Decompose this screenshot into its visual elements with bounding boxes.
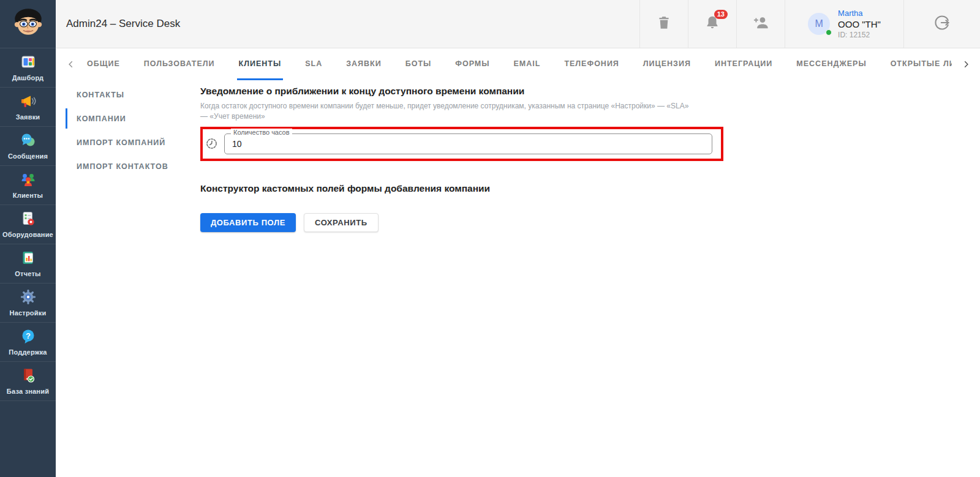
- tab-integrations[interactable]: ИНТЕГРАЦИИ: [713, 48, 774, 80]
- bell-icon: [704, 22, 720, 32]
- tabs-scroll-left-button[interactable]: [67, 60, 75, 69]
- question-icon: ?: [20, 328, 36, 347]
- sidebar-item-clients[interactable]: Клиенты: [0, 166, 56, 205]
- tab-bots[interactable]: БОТЫ: [404, 48, 434, 80]
- sidebar-item-label: Дашборд: [12, 74, 43, 81]
- app-title: Admin24 – Service Desk: [66, 18, 180, 30]
- book-icon: [20, 367, 36, 386]
- tab-email[interactable]: EMAIL: [511, 48, 542, 80]
- clients-subnav: КОНТАКТЫ КОМПАНИИ ИМПОРТ КОМПАНИЙ ИМПОРТ…: [56, 80, 200, 477]
- user-name[interactable]: Martha: [838, 9, 881, 18]
- notification-section-description: Когда остаток доступного времени компани…: [200, 101, 690, 122]
- sidebar-item-settings[interactable]: Настройки: [0, 284, 56, 323]
- subnav-item-import-contacts[interactable]: ИМПОРТ КОНТАКТОВ: [56, 154, 200, 178]
- sidebar-item-equipment[interactable]: Оборудование: [0, 205, 56, 244]
- timer-icon: [205, 137, 218, 150]
- sidebar-item-knowledge-base[interactable]: База знаний: [0, 362, 56, 401]
- online-status-dot: [826, 29, 832, 36]
- sidebar: Дашборд Заявки Сообщения: [0, 0, 56, 477]
- constructor-actions: ДОБАВИТЬ ПОЛЕ СОХРАНИТЬ: [200, 213, 980, 232]
- highlight-annotation: Количество часов: [200, 127, 723, 161]
- clients-icon: [20, 171, 36, 190]
- sidebar-item-label: Сообщения: [8, 152, 48, 160]
- save-button[interactable]: СОХРАНИТЬ: [304, 213, 379, 232]
- add-field-button[interactable]: ДОБАВИТЬ ПОЛЕ: [200, 213, 296, 232]
- sidebar-item-dashboard[interactable]: Дашборд: [0, 48, 56, 88]
- sidebar-item-label: Заявки: [16, 113, 40, 121]
- settings-tabbar: ОБЩИЕ ПОЛЬЗОВАТЕЛИ КЛИЕНТЫ SLA ЗАЯВКИ БО…: [56, 48, 980, 80]
- sidebar-item-tickets[interactable]: Заявки: [0, 88, 56, 127]
- tab-users[interactable]: ПОЛЬЗОВАТЕЛИ: [142, 48, 217, 80]
- tab-license[interactable]: ЛИЦЕНЗИЯ: [641, 48, 693, 80]
- sidebar-item-label: Отчеты: [15, 270, 40, 277]
- sidebar-item-label: Настройки: [10, 309, 47, 317]
- avatar-face-icon: [10, 5, 46, 43]
- hours-field: Количество часов: [224, 133, 712, 154]
- gear-icon: [20, 289, 36, 307]
- equipment-icon: [20, 211, 36, 229]
- tab-list: ОБЩИЕ ПОЛЬЗОВАТЕЛИ КЛИЕНТЫ SLA ЗАЯВКИ БО…: [85, 48, 980, 80]
- tab-messengers[interactable]: МЕССЕНДЖЕРЫ: [794, 48, 868, 80]
- content-area: КОНТАКТЫ КОМПАНИИ ИМПОРТ КОМПАНИЙ ИМПОРТ…: [56, 80, 980, 477]
- megaphone-icon: [20, 93, 36, 111]
- tab-forms[interactable]: ФОРМЫ: [453, 48, 491, 80]
- tabs-scroll-right-button[interactable]: [952, 48, 980, 80]
- tab-general[interactable]: ОБЩИЕ: [85, 48, 122, 80]
- main-panel: Уведомление о приближении к концу доступ…: [200, 80, 980, 477]
- sidebar-item-support[interactable]: ? Поддержка: [0, 323, 56, 362]
- sidebar-item-label: Оборудование: [2, 231, 53, 238]
- chat-icon: [20, 132, 36, 151]
- sidebar-item-label: Клиенты: [13, 192, 43, 199]
- dashboard-icon: [20, 54, 36, 72]
- profile-avatar[interactable]: [0, 0, 56, 48]
- svg-text:?: ?: [26, 331, 31, 340]
- topbar: Admin24 – Service Desk 13: [56, 0, 980, 48]
- subnav-item-companies[interactable]: КОМПАНИИ: [56, 107, 200, 130]
- add-user-button[interactable]: [736, 0, 785, 48]
- hours-input[interactable]: [224, 133, 712, 154]
- logout-button[interactable]: [903, 0, 980, 48]
- notifications-button[interactable]: 13: [688, 0, 736, 48]
- logout-icon: [933, 14, 951, 34]
- person-add-icon: [752, 14, 769, 34]
- sidebar-item-label: База знаний: [7, 388, 49, 395]
- user-avatar-initial: M: [815, 18, 823, 29]
- tab-sla[interactable]: SLA: [303, 48, 324, 80]
- notification-section-title: Уведомление о приближении к концу доступ…: [200, 86, 980, 97]
- reports-icon: [20, 250, 36, 268]
- tab-tickets[interactable]: ЗАЯВКИ: [344, 48, 383, 80]
- notification-badge: 13: [714, 10, 728, 19]
- subnav-item-import-companies[interactable]: ИМПОРТ КОМПАНИЙ: [56, 130, 200, 154]
- tab-telephony[interactable]: ТЕЛЕФОНИЯ: [562, 48, 620, 80]
- user-id: ID: 12152: [838, 31, 881, 39]
- sidebar-item-label: Поддержка: [9, 348, 47, 356]
- constructor-section-title: Конструктор кастомных полей формы добавл…: [200, 183, 980, 194]
- tab-clients[interactable]: КЛИЕНТЫ: [237, 48, 284, 80]
- hours-field-label: Количество часов: [231, 129, 292, 136]
- user-avatar[interactable]: M: [808, 13, 830, 35]
- trash-icon: [656, 15, 672, 33]
- user-company: ООО "ТН": [838, 19, 881, 29]
- subnav-item-contacts[interactable]: КОНТАКТЫ: [56, 83, 200, 107]
- trash-button[interactable]: [639, 0, 688, 48]
- sidebar-item-messages[interactable]: Сообщения: [0, 127, 56, 166]
- user-info: M Martha ООО "ТН" ID: 12152: [785, 0, 903, 48]
- sidebar-item-reports[interactable]: Отчеты: [0, 244, 56, 284]
